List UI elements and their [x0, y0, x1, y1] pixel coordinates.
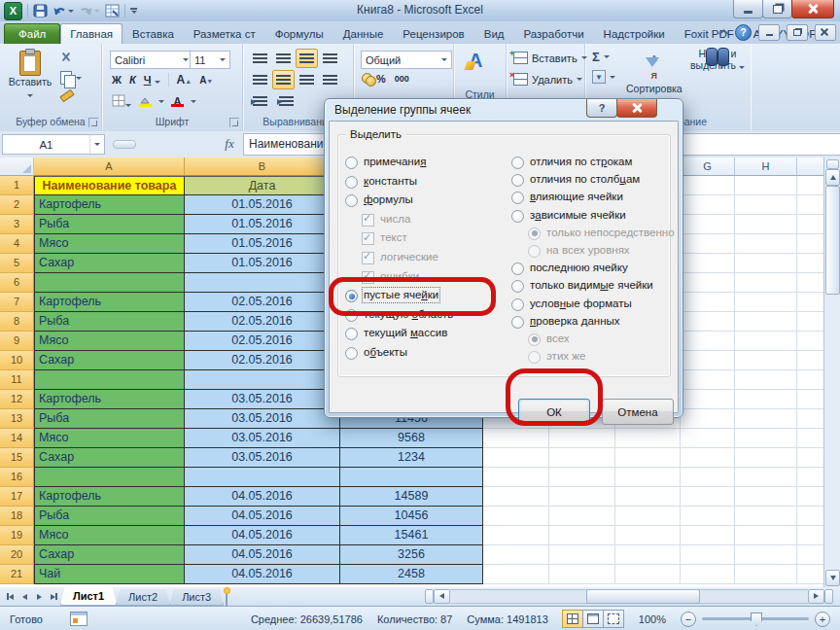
row-header[interactable]: 8 [0, 312, 34, 332]
cell[interactable]: Сахар [34, 448, 185, 468]
cell[interactable]: 01.05.2016 [185, 254, 340, 273]
insert-function-button[interactable]: fx [218, 134, 241, 153]
cell[interactable] [797, 254, 824, 273]
cell[interactable] [483, 507, 549, 526]
cell[interactable]: 02.05.2016 [185, 312, 340, 332]
cell[interactable]: 01.05.2016 [185, 215, 340, 234]
cell[interactable] [797, 487, 824, 507]
cell[interactable]: 01.05.2016 [185, 195, 340, 215]
cell[interactable] [681, 254, 735, 273]
number-format-select[interactable]: Общий [361, 51, 452, 69]
cell[interactable]: Сахар [34, 351, 185, 370]
column-header[interactable]: H [735, 158, 797, 176]
dialog-option[interactable]: отличия по строкам [511, 156, 667, 173]
cell[interactable] [340, 468, 483, 487]
ribbon-tab[interactable]: Разработчи [514, 24, 594, 44]
cell[interactable] [797, 332, 824, 351]
cell[interactable] [681, 545, 735, 565]
cell[interactable] [797, 565, 824, 584]
ribbon-tab[interactable]: Надстройки [594, 24, 675, 44]
dialog-option[interactable]: константы [345, 175, 501, 194]
dialog-close-button[interactable] [616, 99, 657, 118]
row-header[interactable]: 9 [0, 332, 34, 351]
undo-dropdown-icon[interactable] [68, 10, 74, 13]
normal-view-button[interactable] [562, 610, 583, 628]
cell[interactable] [681, 351, 735, 370]
ribbon-tab[interactable]: Вставка [122, 24, 184, 44]
cell[interactable] [735, 215, 797, 234]
percent-style-button[interactable]: % [376, 73, 386, 85]
cell[interactable] [681, 234, 735, 254]
cell[interactable] [735, 312, 797, 332]
cell[interactable] [735, 370, 797, 390]
comma-style-button[interactable]: 000 [395, 74, 409, 84]
cell[interactable] [797, 351, 824, 370]
cell[interactable]: 03.05.2016 [185, 448, 340, 468]
cell[interactable]: 04.05.2016 [185, 487, 340, 507]
cell[interactable]: 15461 [340, 526, 483, 545]
cell[interactable] [735, 390, 797, 409]
cell[interactable]: 10456 [340, 507, 483, 526]
dialog-option[interactable]: условные форматы [511, 298, 667, 315]
row-header[interactable]: 21 [0, 565, 34, 584]
cell[interactable]: 3256 [340, 545, 483, 565]
cell[interactable]: Мясо [34, 526, 185, 545]
ribbon-tab[interactable]: Разметка ст [184, 24, 265, 44]
cell[interactable] [34, 273, 185, 293]
cell[interactable]: 9568 [340, 429, 483, 448]
cell[interactable] [681, 487, 735, 507]
cell[interactable] [797, 448, 824, 468]
cell[interactable] [735, 234, 797, 254]
dialog-option[interactable]: текущую область [345, 308, 501, 328]
cell[interactable] [615, 507, 681, 526]
cell[interactable] [483, 545, 549, 565]
row-header[interactable]: 16 [0, 468, 34, 487]
cell[interactable]: 02.05.2016 [185, 332, 340, 351]
scroll-left-button[interactable] [434, 589, 450, 604]
cell[interactable] [615, 565, 681, 584]
cell[interactable] [797, 312, 824, 332]
column-header[interactable] [797, 158, 824, 176]
cell[interactable] [549, 487, 615, 507]
align-right-button[interactable] [296, 70, 318, 89]
cell[interactable]: Картофель [34, 195, 185, 215]
font-name-select[interactable]: Calibri [110, 51, 193, 69]
cell[interactable] [797, 215, 824, 234]
shrink-font-button[interactable]: А▼ [199, 75, 213, 86]
cell[interactable] [681, 176, 735, 195]
cell[interactable] [681, 273, 735, 293]
cell[interactable] [735, 351, 797, 370]
cell[interactable] [549, 468, 615, 487]
zoom-out-button[interactable]: − [681, 612, 696, 627]
dialog-option[interactable]: примечания [345, 156, 501, 175]
scroll-down-button[interactable] [825, 570, 840, 586]
cell[interactable] [797, 545, 824, 565]
next-sheet-button[interactable] [33, 590, 46, 603]
formula-bar-handle[interactable] [113, 140, 136, 149]
italic-button[interactable]: К [129, 74, 136, 86]
row-header[interactable]: 5 [0, 254, 34, 273]
column-header[interactable]: A [34, 158, 185, 176]
cell[interactable] [549, 526, 615, 545]
row-header[interactable]: 11 [0, 370, 34, 390]
insert-worksheet-button[interactable] [226, 590, 247, 603]
dialog-launcher-icon[interactable] [88, 118, 98, 127]
cell[interactable] [735, 565, 797, 584]
cell[interactable]: Рыба [34, 215, 185, 234]
row-header[interactable]: 10 [0, 351, 34, 370]
cell[interactable] [681, 468, 735, 487]
sheet-tab[interactable]: Лист1 [60, 587, 117, 606]
cell[interactable] [797, 234, 824, 254]
macro-record-icon[interactable] [70, 612, 88, 626]
cell[interactable] [735, 176, 797, 195]
row-header[interactable]: 4 [0, 234, 34, 254]
select-all-corner[interactable] [0, 158, 34, 176]
cell[interactable]: Рыба [34, 507, 185, 526]
column-header[interactable]: B [185, 158, 340, 176]
merge-center-button[interactable] [319, 70, 341, 89]
tab-file[interactable]: Файл [4, 23, 60, 44]
cell[interactable] [185, 370, 340, 390]
dialog-help-button[interactable]: ? [586, 99, 617, 118]
vertical-scroll-thumb[interactable] [825, 186, 840, 295]
paste-dropdown-icon[interactable] [27, 94, 33, 97]
